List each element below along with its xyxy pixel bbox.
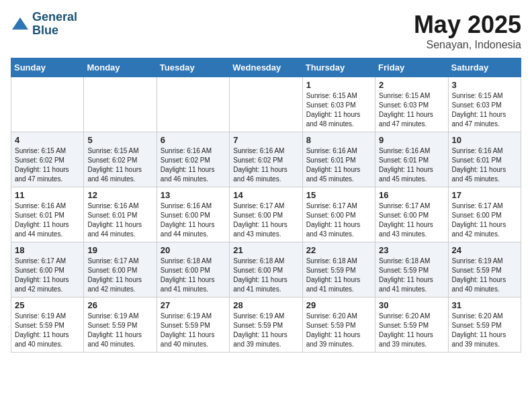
calendar-cell: 16Sunrise: 6:17 AM Sunset: 6:00 PM Dayli… xyxy=(375,187,448,242)
calendar-cell: 29Sunrise: 6:20 AM Sunset: 5:59 PM Dayli… xyxy=(302,298,375,353)
calendar-week-row: 11Sunrise: 6:16 AM Sunset: 6:01 PM Dayli… xyxy=(11,187,521,242)
calendar-cell: 14Sunrise: 6:17 AM Sunset: 6:00 PM Dayli… xyxy=(230,187,302,242)
day-info: Sunrise: 6:17 AM Sunset: 6:00 PM Dayligh… xyxy=(452,201,517,239)
calendar-cell: 24Sunrise: 6:19 AM Sunset: 5:59 PM Dayli… xyxy=(448,242,521,298)
day-info: Sunrise: 6:15 AM Sunset: 6:03 PM Dayligh… xyxy=(306,91,371,129)
day-header-monday: Monday xyxy=(84,58,157,77)
day-number: 23 xyxy=(379,245,444,255)
day-info: Sunrise: 6:16 AM Sunset: 6:01 PM Dayligh… xyxy=(15,201,80,239)
calendar-cell: 27Sunrise: 6:19 AM Sunset: 5:59 PM Dayli… xyxy=(157,298,229,353)
day-number: 1 xyxy=(306,80,371,90)
day-number: 31 xyxy=(452,300,517,310)
calendar-cell: 21Sunrise: 6:18 AM Sunset: 6:00 PM Dayli… xyxy=(230,242,302,298)
day-number: 12 xyxy=(87,190,152,200)
location-title: Senayan, Indonesia xyxy=(414,39,521,51)
calendar-cell: 13Sunrise: 6:16 AM Sunset: 6:00 PM Dayli… xyxy=(157,187,229,242)
calendar-cell: 6Sunrise: 6:16 AM Sunset: 6:02 PM Daylig… xyxy=(157,132,229,187)
day-info: Sunrise: 6:17 AM Sunset: 6:00 PM Dayligh… xyxy=(379,201,444,239)
calendar-cell: 31Sunrise: 6:20 AM Sunset: 5:59 PM Dayli… xyxy=(448,298,521,353)
day-number: 28 xyxy=(233,300,298,310)
day-info: Sunrise: 6:17 AM Sunset: 6:00 PM Dayligh… xyxy=(233,201,298,239)
calendar-cell: 12Sunrise: 6:16 AM Sunset: 6:01 PM Dayli… xyxy=(84,187,157,242)
calendar-cell: 19Sunrise: 6:17 AM Sunset: 6:00 PM Dayli… xyxy=(84,242,157,298)
day-number: 7 xyxy=(233,135,298,145)
day-info: Sunrise: 6:17 AM Sunset: 6:00 PM Dayligh… xyxy=(87,257,152,294)
day-info: Sunrise: 6:18 AM Sunset: 6:00 PM Dayligh… xyxy=(233,257,298,294)
day-info: Sunrise: 6:19 AM Sunset: 5:59 PM Dayligh… xyxy=(87,312,152,349)
day-number: 5 xyxy=(87,135,152,145)
calendar-cell: 23Sunrise: 6:18 AM Sunset: 5:59 PM Dayli… xyxy=(375,242,448,298)
day-info: Sunrise: 6:16 AM Sunset: 6:00 PM Dayligh… xyxy=(161,201,226,239)
month-title: May 2025 xyxy=(414,11,521,39)
day-info: Sunrise: 6:16 AM Sunset: 6:02 PM Dayligh… xyxy=(233,146,298,184)
calendar-cell: 28Sunrise: 6:19 AM Sunset: 5:59 PM Dayli… xyxy=(230,298,302,353)
day-number: 15 xyxy=(306,190,371,200)
calendar-cell: 1Sunrise: 6:15 AM Sunset: 6:03 PM Daylig… xyxy=(302,77,375,132)
day-number: 29 xyxy=(306,300,371,310)
day-number: 30 xyxy=(379,300,444,310)
day-number: 4 xyxy=(15,135,80,145)
calendar-cell: 9Sunrise: 6:16 AM Sunset: 6:01 PM Daylig… xyxy=(375,132,448,187)
calendar-cell xyxy=(230,77,302,132)
day-info: Sunrise: 6:16 AM Sunset: 6:01 PM Dayligh… xyxy=(452,146,517,184)
day-number: 21 xyxy=(233,245,298,255)
day-info: Sunrise: 6:20 AM Sunset: 5:59 PM Dayligh… xyxy=(306,312,371,349)
logo-line2: Blue xyxy=(32,24,77,38)
day-info: Sunrise: 6:17 AM Sunset: 6:00 PM Dayligh… xyxy=(306,201,371,239)
day-info: Sunrise: 6:16 AM Sunset: 6:02 PM Dayligh… xyxy=(161,146,226,184)
day-number: 3 xyxy=(452,80,517,90)
day-number: 2 xyxy=(379,80,444,90)
day-number: 14 xyxy=(233,190,298,200)
day-number: 17 xyxy=(452,190,517,200)
day-number: 26 xyxy=(87,300,152,310)
day-number: 19 xyxy=(87,245,152,255)
calendar-cell: 8Sunrise: 6:16 AM Sunset: 6:01 PM Daylig… xyxy=(302,132,375,187)
calendar-cell: 22Sunrise: 6:18 AM Sunset: 5:59 PM Dayli… xyxy=(302,242,375,298)
calendar-header-row: SundayMondayTuesdayWednesdayThursdayFrid… xyxy=(11,58,521,77)
day-number: 18 xyxy=(15,245,80,255)
calendar-cell xyxy=(11,77,84,132)
day-number: 10 xyxy=(452,135,517,145)
day-number: 25 xyxy=(15,300,80,310)
calendar-cell: 30Sunrise: 6:20 AM Sunset: 5:59 PM Dayli… xyxy=(375,298,448,353)
day-info: Sunrise: 6:19 AM Sunset: 5:59 PM Dayligh… xyxy=(15,312,80,349)
day-header-thursday: Thursday xyxy=(302,58,375,77)
day-header-saturday: Saturday xyxy=(448,58,521,77)
calendar-week-row: 4Sunrise: 6:15 AM Sunset: 6:02 PM Daylig… xyxy=(11,132,521,187)
calendar-cell xyxy=(84,77,157,132)
day-info: Sunrise: 6:15 AM Sunset: 6:02 PM Dayligh… xyxy=(15,146,80,184)
day-info: Sunrise: 6:19 AM Sunset: 5:59 PM Dayligh… xyxy=(233,312,298,349)
logo: General Blue xyxy=(11,11,77,38)
calendar-cell: 4Sunrise: 6:15 AM Sunset: 6:02 PM Daylig… xyxy=(11,132,84,187)
day-info: Sunrise: 6:18 AM Sunset: 5:59 PM Dayligh… xyxy=(306,257,371,294)
day-info: Sunrise: 6:16 AM Sunset: 6:01 PM Dayligh… xyxy=(379,146,444,184)
day-header-wednesday: Wednesday xyxy=(230,58,302,77)
day-header-tuesday: Tuesday xyxy=(157,58,229,77)
calendar-week-row: 25Sunrise: 6:19 AM Sunset: 5:59 PM Dayli… xyxy=(11,298,521,353)
calendar-cell: 17Sunrise: 6:17 AM Sunset: 6:00 PM Dayli… xyxy=(448,187,521,242)
logo-icon xyxy=(11,15,30,34)
logo-line1: General xyxy=(32,11,77,24)
day-info: Sunrise: 6:15 AM Sunset: 6:03 PM Dayligh… xyxy=(379,91,444,129)
calendar-cell: 15Sunrise: 6:17 AM Sunset: 6:00 PM Dayli… xyxy=(302,187,375,242)
calendar-cell: 26Sunrise: 6:19 AM Sunset: 5:59 PM Dayli… xyxy=(84,298,157,353)
day-number: 24 xyxy=(452,245,517,255)
calendar-cell xyxy=(157,77,229,132)
day-number: 16 xyxy=(379,190,444,200)
calendar-cell: 11Sunrise: 6:16 AM Sunset: 6:01 PM Dayli… xyxy=(11,187,84,242)
day-number: 8 xyxy=(306,135,371,145)
day-info: Sunrise: 6:15 AM Sunset: 6:02 PM Dayligh… xyxy=(87,146,152,184)
title-block: May 2025 Senayan, Indonesia xyxy=(414,11,521,51)
calendar-cell: 18Sunrise: 6:17 AM Sunset: 6:00 PM Dayli… xyxy=(11,242,84,298)
day-number: 27 xyxy=(161,300,226,310)
calendar-cell: 10Sunrise: 6:16 AM Sunset: 6:01 PM Dayli… xyxy=(448,132,521,187)
calendar-week-row: 1Sunrise: 6:15 AM Sunset: 6:03 PM Daylig… xyxy=(11,77,521,132)
day-info: Sunrise: 6:15 AM Sunset: 6:03 PM Dayligh… xyxy=(452,91,517,129)
day-number: 6 xyxy=(161,135,226,145)
day-number: 11 xyxy=(15,190,80,200)
calendar-cell: 2Sunrise: 6:15 AM Sunset: 6:03 PM Daylig… xyxy=(375,77,448,132)
day-number: 9 xyxy=(379,135,444,145)
day-info: Sunrise: 6:20 AM Sunset: 5:59 PM Dayligh… xyxy=(379,312,444,349)
page-header: General Blue May 2025 Senayan, Indonesia xyxy=(11,11,521,51)
day-info: Sunrise: 6:18 AM Sunset: 5:59 PM Dayligh… xyxy=(379,257,444,294)
